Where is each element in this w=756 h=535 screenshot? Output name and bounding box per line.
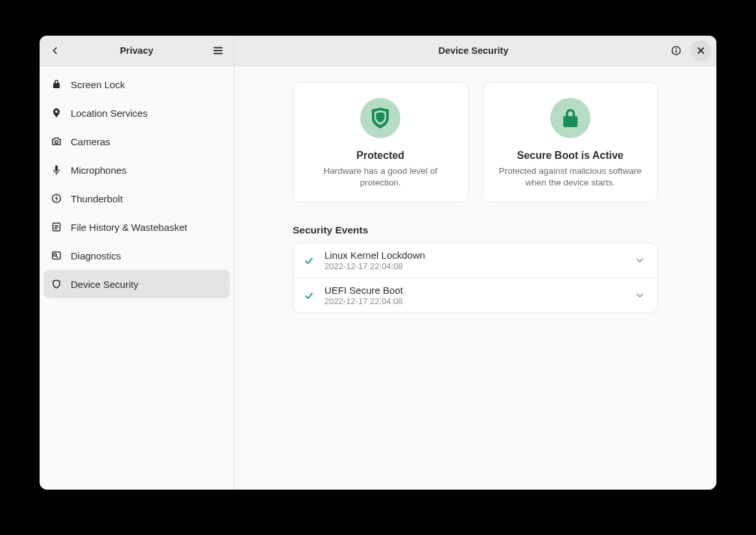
hamburger-menu-button[interactable] (208, 40, 228, 61)
sidebar-item-label: Location Services (71, 108, 147, 119)
lock-large-icon (550, 98, 591, 138)
page-title: Device Security (281, 45, 666, 56)
info-icon (671, 45, 681, 56)
security-event-row[interactable]: UEFI Secure Boot 2022-12-17 22:04:08 (293, 278, 657, 313)
sidebar: Privacy Screen Lock Location Services (40, 36, 234, 490)
hamburger-icon (213, 45, 223, 56)
sidebar-item-location[interactable]: Location Services (43, 99, 230, 127)
lock-icon (51, 79, 62, 89)
check-icon (302, 254, 315, 267)
sidebar-item-thunderbolt[interactable]: Thunderbolt (43, 184, 230, 213)
shield-check-icon (360, 98, 400, 138)
shield-icon (51, 279, 62, 289)
event-timestamp: 2022-12-17 22:04:08 (324, 296, 626, 306)
sidebar-item-microphones[interactable]: Microphones (43, 156, 230, 184)
diagnostics-icon (51, 250, 62, 261)
history-icon (51, 222, 62, 232)
sidebar-header: Privacy (40, 36, 234, 66)
event-text: Linux Kernel Lockdown 2022-12-17 22:04:0… (324, 250, 626, 271)
location-icon (51, 108, 62, 118)
sidebar-item-label: Microphones (71, 165, 127, 176)
event-text: UEFI Secure Boot 2022-12-17 22:04:08 (324, 285, 626, 306)
chevron-down-icon (635, 291, 646, 301)
svg-point-6 (676, 48, 677, 49)
sidebar-item-label: Screen Lock (71, 79, 125, 90)
thunderbolt-icon (51, 193, 62, 204)
content-area: Protected Hardware has a good level of p… (234, 66, 716, 490)
sidebar-item-screen-lock[interactable]: Screen Lock (43, 70, 230, 99)
security-events-heading: Security Events (293, 224, 658, 236)
status-cards: Protected Hardware has a good level of p… (293, 82, 658, 202)
event-timestamp: 2022-12-17 22:04:08 (324, 261, 626, 271)
sidebar-item-file-history[interactable]: File History & Wastebasket (43, 213, 230, 241)
card-description: Protected against malicious software whe… (496, 165, 645, 189)
card-title: Secure Boot is Active (517, 150, 624, 161)
sidebar-item-label: Device Security (71, 279, 138, 290)
card-title: Protected (356, 150, 404, 161)
card-description: Hardware has a good level of protection. (306, 165, 455, 189)
chevron-down-icon (635, 256, 646, 266)
main-panel: Device Security Protect (234, 36, 716, 490)
sidebar-nav: Screen Lock Location Services Cameras Mi… (40, 66, 234, 302)
back-button[interactable] (45, 40, 66, 61)
event-title: UEFI Secure Boot (324, 285, 626, 296)
sidebar-title: Privacy (66, 45, 208, 56)
main-header: Device Security (234, 36, 716, 66)
sidebar-item-diagnostics[interactable]: Diagnostics (43, 241, 230, 270)
security-events-list: Linux Kernel Lockdown 2022-12-17 22:04:0… (293, 243, 658, 313)
protection-status-card: Protected Hardware has a good level of p… (293, 82, 469, 202)
camera-icon (51, 136, 62, 147)
sidebar-item-cameras[interactable]: Cameras (43, 127, 230, 156)
sidebar-item-label: File History & Wastebasket (71, 222, 188, 233)
close-icon (697, 47, 705, 54)
chevron-left-icon (51, 46, 60, 55)
sidebar-item-label: Thunderbolt (71, 193, 123, 204)
info-button[interactable] (666, 40, 687, 61)
security-event-row[interactable]: Linux Kernel Lockdown 2022-12-17 22:04:0… (293, 243, 657, 278)
event-title: Linux Kernel Lockdown (324, 250, 626, 261)
microphone-icon (51, 165, 62, 175)
sidebar-item-device-security[interactable]: Device Security (43, 270, 230, 298)
sidebar-item-label: Cameras (71, 136, 110, 147)
close-button[interactable] (690, 40, 711, 61)
settings-window: Privacy Screen Lock Location Services (40, 36, 716, 490)
svg-point-0 (55, 141, 58, 144)
sidebar-item-label: Diagnostics (71, 250, 121, 261)
secure-boot-card: Secure Boot is Active Protected against … (483, 82, 659, 202)
check-icon (302, 289, 315, 302)
